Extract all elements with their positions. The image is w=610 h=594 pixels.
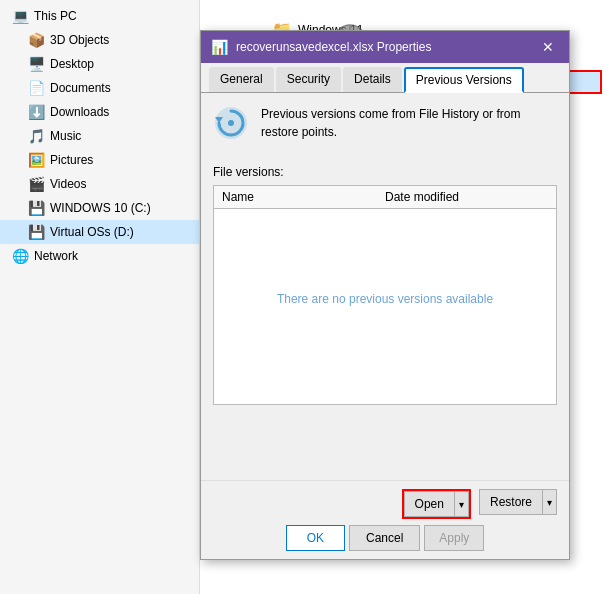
svg-point-5 — [228, 120, 234, 126]
sidebar-label-pictures: Pictures — [50, 153, 93, 167]
versions-table-header: Name Date modified — [214, 186, 556, 209]
sidebar-item-videos[interactable]: 🎬 Videos — [0, 172, 199, 196]
sidebar-item-3d-objects[interactable]: 📦 3D Objects — [0, 28, 199, 52]
sidebar-item-windows10[interactable]: 💾 WINDOWS 10 (C:) — [0, 196, 199, 220]
restore-button[interactable]: Restore — [479, 489, 543, 515]
apply-button[interactable]: Apply — [424, 525, 484, 551]
dialog-titlebar: 📊 recoverunsavedexcel.xlsx Properties ✕ — [201, 31, 569, 63]
sidebar-label-this-pc: This PC — [34, 9, 77, 23]
open-dropdown-arrow[interactable]: ▾ — [455, 491, 469, 517]
versions-table: Name Date modified There are no previous… — [213, 185, 557, 405]
ok-cancel-buttons: OK Cancel Apply — [213, 525, 557, 551]
sidebar-label-network: Network — [34, 249, 78, 263]
music-icon: 🎵 — [28, 128, 44, 144]
action-buttons: Open ▾ Restore ▾ — [213, 489, 557, 519]
sidebar-label-3d-objects: 3D Objects — [50, 33, 109, 47]
versions-empty-message: There are no previous versions available — [214, 209, 556, 389]
sidebar-label-desktop: Desktop — [50, 57, 94, 71]
sidebar-label-documents: Documents — [50, 81, 111, 95]
sidebar-item-documents[interactable]: 📄 Documents — [0, 76, 199, 100]
open-button[interactable]: Open — [404, 491, 455, 517]
info-section: Previous versions come from File History… — [213, 105, 557, 151]
sidebar-item-downloads[interactable]: ⬇️ Downloads — [0, 100, 199, 124]
cancel-button[interactable]: Cancel — [349, 525, 420, 551]
properties-dialog: 📊 recoverunsavedexcel.xlsx Properties ✕ … — [200, 30, 570, 560]
pictures-icon: 🖼️ — [28, 152, 44, 168]
tab-details[interactable]: Details — [343, 67, 402, 92]
tab-previous-versions[interactable]: Previous Versions — [404, 67, 524, 93]
downloads-icon: ⬇️ — [28, 104, 44, 120]
tab-general[interactable]: General — [209, 67, 274, 92]
sidebar-item-music[interactable]: 🎵 Music — [0, 124, 199, 148]
this-pc-icon: 💻 — [12, 8, 28, 24]
sidebar-label-virtual-os: Virtual OSs (D:) — [50, 225, 134, 239]
dialog-title: recoverunsavedexcel.xlsx Properties — [236, 40, 431, 54]
col-name: Name — [222, 190, 385, 204]
open-button-group: Open ▾ — [402, 489, 471, 519]
videos-icon: 🎬 — [28, 176, 44, 192]
sidebar-item-this-pc[interactable]: 💻 This PC — [0, 4, 199, 28]
sidebar-item-virtual-os[interactable]: 💾 Virtual OSs (D:) — [0, 220, 199, 244]
sidebar-label-music: Music — [50, 129, 81, 143]
network-icon: 🌐 — [12, 248, 28, 264]
sidebar-item-network[interactable]: 🌐 Network — [0, 244, 199, 268]
windows10-drive-icon: 💾 — [28, 200, 44, 216]
dialog-bottom: Open ▾ Restore ▾ OK Cancel Apply — [201, 480, 569, 559]
info-text: Previous versions come from File History… — [261, 105, 557, 141]
sidebar-label-downloads: Downloads — [50, 105, 109, 119]
sidebar-label-windows10: WINDOWS 10 (C:) — [50, 201, 151, 215]
sidebar-label-videos: Videos — [50, 177, 86, 191]
tab-security[interactable]: Security — [276, 67, 341, 92]
file-versions-label: File versions: — [213, 165, 557, 179]
restore-button-group: Restore ▾ — [479, 489, 557, 519]
col-date-modified: Date modified — [385, 190, 548, 204]
documents-icon: 📄 — [28, 80, 44, 96]
sidebar-item-desktop[interactable]: 🖥️ Desktop — [0, 52, 199, 76]
3d-objects-icon: 📦 — [28, 32, 44, 48]
ok-button[interactable]: OK — [286, 525, 345, 551]
sidebar-item-pictures[interactable]: 🖼️ Pictures — [0, 148, 199, 172]
dialog-close-button[interactable]: ✕ — [537, 36, 559, 58]
dialog-content: Previous versions come from File History… — [201, 93, 569, 521]
virtual-os-drive-icon: 💾 — [28, 224, 44, 240]
restore-dropdown-arrow[interactable]: ▾ — [543, 489, 557, 515]
restore-icon — [213, 105, 249, 141]
desktop-icon: 🖥️ — [28, 56, 44, 72]
dialog-title-icon: 📊 — [211, 39, 228, 55]
dialog-tabs: General Security Details Previous Versio… — [201, 63, 569, 93]
sidebar: 💻 This PC 📦 3D Objects 🖥️ Desktop 📄 Docu… — [0, 0, 200, 594]
